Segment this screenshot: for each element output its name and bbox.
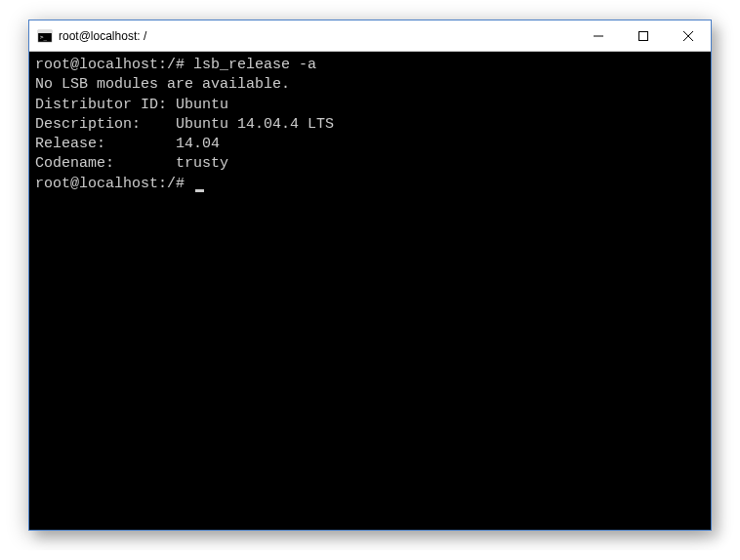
terminal-line: Description: Ubuntu 14.04.4 LTS	[35, 115, 705, 135]
minimize-button[interactable]	[576, 20, 621, 51]
terminal-line: Codename: trusty	[35, 154, 705, 174]
terminal-prompt-line: root@localhost:/#	[35, 175, 705, 194]
window-controls	[576, 20, 711, 51]
cursor-icon	[195, 189, 204, 192]
terminal-prompt: root@localhost:/#	[35, 176, 193, 192]
close-button[interactable]	[666, 20, 711, 51]
terminal-line: No LSB modules are available.	[35, 75, 705, 95]
terminal-window: >_ root@localhost: / root@localhost:/# l…	[28, 20, 712, 531]
maximize-button[interactable]	[621, 20, 666, 51]
svg-rect-4	[639, 31, 648, 40]
svg-text:>_: >_	[40, 33, 48, 41]
terminal-line: Distributor ID: Ubuntu	[35, 96, 705, 115]
terminal-line: root@localhost:/# lsb_release -a	[35, 56, 705, 75]
terminal-line: Release: 14.04	[35, 135, 705, 154]
titlebar[interactable]: >_ root@localhost: /	[29, 20, 711, 52]
window-title: root@localhost: /	[59, 29, 576, 43]
terminal-icon: >_	[37, 28, 53, 44]
terminal-output[interactable]: root@localhost:/# lsb_release -aNo LSB m…	[29, 52, 711, 530]
